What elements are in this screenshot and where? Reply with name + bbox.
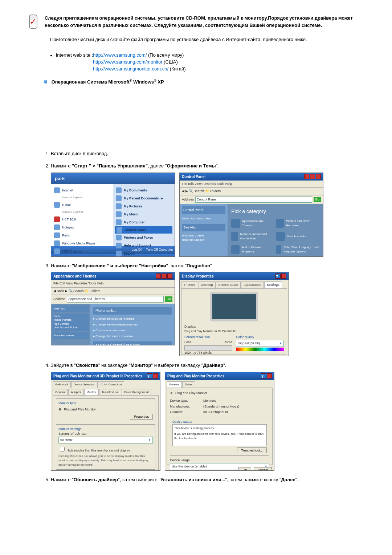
troubleshoot-button[interactable]: Troubleshoot... (237, 447, 267, 453)
link3-suffix: (Китай) (168, 66, 185, 72)
resolution-slider[interactable] (184, 345, 232, 351)
screenshot-adv-props: Plug and Play Monitor and 3D Prophet III… (51, 372, 160, 471)
monitor-icon: 🖥 (170, 391, 173, 396)
screenshot-control-panel: Control Panel File Edit View Favorites T… (179, 173, 323, 257)
os-header: Операционная Система Microsoft® Windows®… (44, 79, 363, 85)
screenshot-display-props: Display Properties? Themes Desktop Scree… (179, 272, 289, 356)
link1-suffix: (По всему миру) (147, 52, 184, 58)
step-3: Нажмите "Изображение " и выберите "Настр… (51, 262, 363, 357)
blue-dot-icon (44, 80, 47, 84)
step-2: Нажмите "Старт " > "Панель Управления", … (51, 162, 363, 257)
step-4: Зайдите в "Свойства" на закладке "Монито… (51, 362, 363, 471)
control-panel-item: Control Panel (115, 226, 172, 234)
monitor-icon: 🖥 (58, 407, 62, 412)
properties-button[interactable]: Properties (130, 414, 153, 420)
step-1: Вставьте диск в дисковод. (51, 150, 363, 157)
links-block: ● Internet web site :http://www.samsung.… (50, 52, 363, 72)
intro-sub: Приготовьте чистый диск и скачайте файл … (50, 36, 363, 43)
refresh-rate-select[interactable]: 60 Hertz▼ (58, 437, 153, 444)
step-5: Нажмите "Обновить драйвер", затем выбери… (51, 476, 363, 483)
steps-list: Вставьте диск в дисковод. Нажмите "Старт… (44, 150, 363, 483)
color-quality-select[interactable]: Highest (32 bit)▼ (236, 340, 284, 347)
links-prefix: Internet web site : (56, 52, 93, 58)
monitor-preview-icon (210, 292, 258, 321)
screenshot-appearance: Appearance and Themes File Edit View Fav… (51, 272, 175, 345)
ok-button[interactable]: OK (238, 467, 251, 471)
start-user: park (51, 173, 175, 185)
link2-suffix: (США) (162, 59, 177, 65)
bullet-icon: ● (50, 53, 52, 57)
link-samsung-monitor[interactable]: http://www.samsung.com/monitor (93, 59, 162, 65)
link-samsung[interactable]: http://www.samsung.com/ (93, 52, 147, 58)
cancel-button[interactable]: Cancel (254, 467, 272, 471)
check-icon: ✓ (29, 15, 37, 29)
screenshot-start-menu: park Internet Internet Explorer E-mail O… (51, 173, 175, 257)
hide-modes-checkbox[interactable] (60, 447, 65, 451)
link-samsung-cn[interactable]: http://www.samsungmonitor.com.cn/ (93, 66, 168, 72)
intro-bold: Следуя приглашениям операционной системы… (45, 15, 363, 29)
screenshot-monitor-props: Plug and Play Monitor Properties? Genera… (165, 372, 274, 471)
